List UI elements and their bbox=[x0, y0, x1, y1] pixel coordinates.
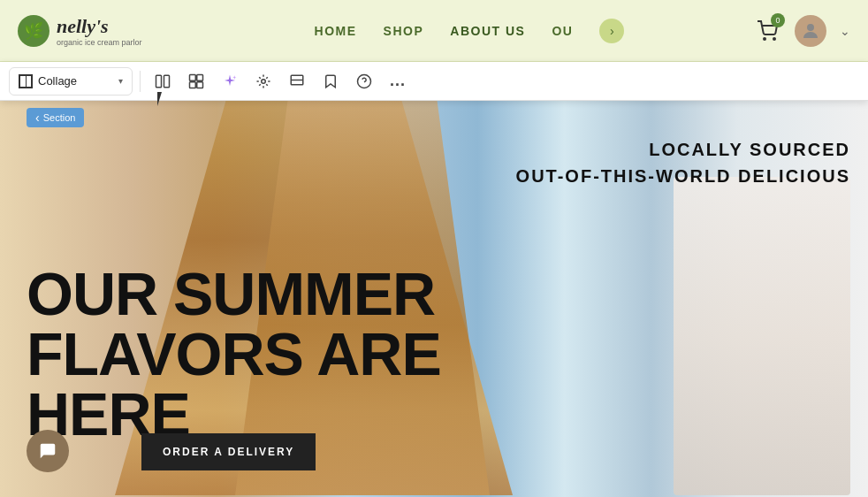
svg-rect-3 bbox=[156, 75, 162, 88]
dropdown-arrow-icon: ▾ bbox=[118, 76, 123, 86]
nav-right-actions: 0 ⌄ bbox=[744, 15, 850, 47]
order-delivery-button[interactable]: ORDER A DELIVERY bbox=[141, 433, 316, 470]
crop-icon bbox=[289, 73, 305, 89]
svg-point-1 bbox=[773, 38, 775, 40]
hero-title-line2: FLAVORS ARE bbox=[27, 324, 441, 384]
nav-links: HOME SHOP ABOUT US OU › bbox=[194, 19, 744, 43]
bookmark-icon bbox=[323, 73, 339, 89]
add-app-icon bbox=[188, 73, 204, 89]
nav-more-button[interactable]: › bbox=[599, 19, 624, 43]
hero-sub-line1: LOCALLY SOURCED bbox=[516, 136, 850, 163]
nav-link-home[interactable]: HOME bbox=[315, 24, 357, 38]
hero-subtitle-right: LOCALLY SOURCED OUT-OF-THIS-WORLD DELICI… bbox=[516, 136, 850, 189]
logo-subtitle: organic ice cream parlor bbox=[57, 38, 142, 47]
section-badge[interactable]: Section bbox=[27, 108, 84, 127]
nav-link-about[interactable]: ABOUT US bbox=[450, 24, 525, 38]
account-chevron[interactable]: ⌄ bbox=[840, 24, 850, 38]
add-section-icon bbox=[155, 73, 171, 89]
ai-sparkle-icon bbox=[222, 73, 238, 89]
more-options-icon: ... bbox=[390, 72, 406, 90]
help-icon bbox=[356, 73, 372, 89]
cart-button[interactable]: 0 bbox=[753, 17, 781, 45]
logo-name: nelly's bbox=[57, 15, 142, 38]
svg-rect-8 bbox=[197, 81, 203, 88]
svg-point-0 bbox=[764, 38, 765, 40]
avatar-icon bbox=[800, 20, 821, 42]
svg-rect-4 bbox=[164, 75, 170, 88]
collage-dropdown[interactable]: Collage ▾ bbox=[9, 67, 133, 96]
nav-link-shop[interactable]: SHOP bbox=[384, 24, 424, 38]
hero-title-line1: OUR SUMMER bbox=[27, 264, 441, 324]
svg-rect-7 bbox=[190, 81, 196, 88]
add-section-button[interactable] bbox=[148, 67, 178, 96]
add-app-button[interactable] bbox=[181, 67, 211, 96]
svg-rect-5 bbox=[190, 74, 196, 80]
crop-button[interactable] bbox=[282, 67, 312, 96]
bookmark-button[interactable] bbox=[316, 67, 346, 96]
collage-icon bbox=[19, 74, 33, 88]
user-avatar[interactable] bbox=[795, 15, 826, 47]
logo-icon: 🌿 bbox=[18, 15, 49, 47]
hero-content: LOCALLY SOURCED OUT-OF-THIS-WORLD DELICI… bbox=[0, 101, 868, 497]
help-button[interactable] bbox=[349, 67, 379, 96]
collage-label: Collage bbox=[38, 74, 113, 88]
arrange-icon bbox=[255, 73, 271, 89]
svg-rect-6 bbox=[197, 74, 203, 80]
svg-point-2 bbox=[807, 24, 814, 31]
ai-button[interactable] bbox=[215, 67, 245, 96]
logo-area: 🌿 nelly's organic ice cream parlor bbox=[18, 15, 194, 47]
more-options-button[interactable]: ... bbox=[383, 67, 413, 96]
top-navigation: 🌿 nelly's organic ice cream parlor HOME … bbox=[0, 0, 868, 62]
toolbar-divider-1 bbox=[140, 71, 141, 92]
mouse-cursor bbox=[157, 92, 170, 110]
chat-bubble-icon bbox=[38, 441, 57, 461]
nav-link-ou[interactable]: OU bbox=[552, 24, 573, 38]
svg-point-9 bbox=[262, 79, 266, 83]
cart-badge: 0 bbox=[771, 13, 785, 27]
hero-sub-line2: OUT-OF-THIS-WORLD DELICIOUS bbox=[516, 163, 850, 189]
arrange-button[interactable] bbox=[248, 67, 278, 96]
chat-bubble-button[interactable] bbox=[27, 430, 69, 472]
hero-main-title: OUR SUMMER FLAVORS ARE HERE bbox=[27, 264, 441, 444]
section-badge-label: Section bbox=[43, 112, 76, 123]
editor-toolbar: Collage ▾ bbox=[0, 62, 868, 101]
logo-text: nelly's organic ice cream parlor bbox=[57, 15, 142, 47]
